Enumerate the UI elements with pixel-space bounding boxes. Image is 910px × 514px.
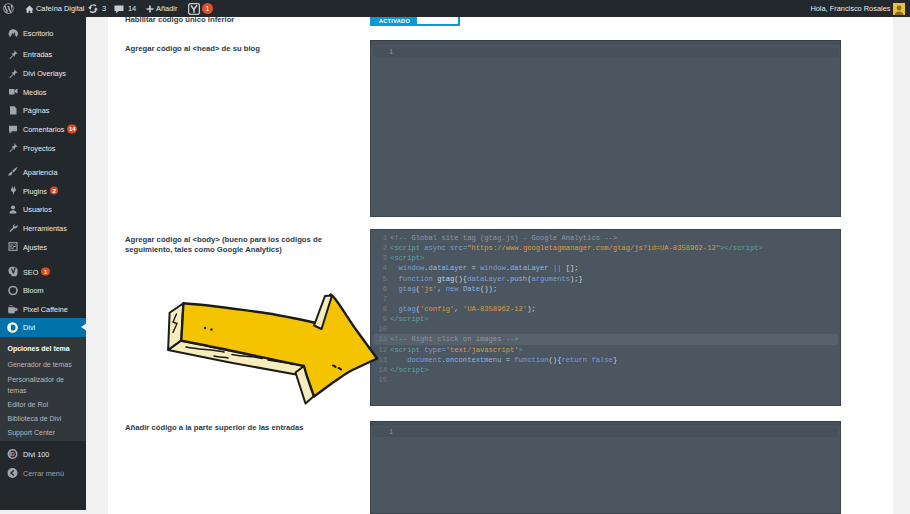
svg-text:1: 1 [206,5,210,12]
svg-text:D: D [11,451,15,457]
